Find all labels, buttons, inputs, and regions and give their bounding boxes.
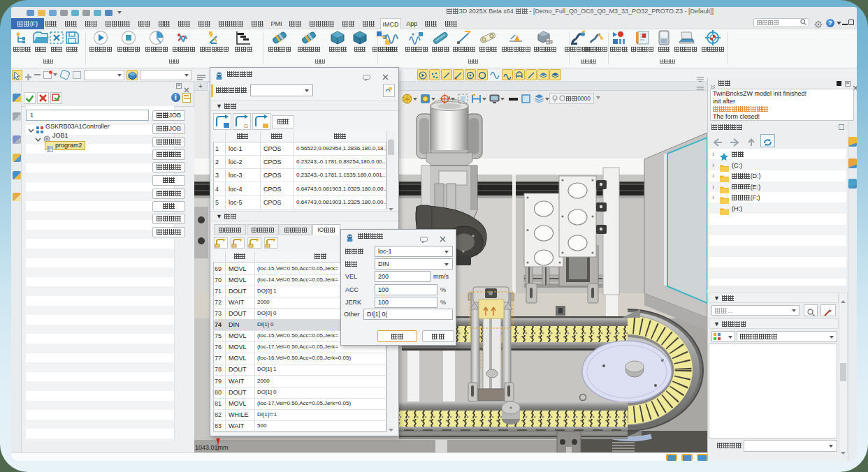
svg-text:G: G — [244, 123, 248, 129]
